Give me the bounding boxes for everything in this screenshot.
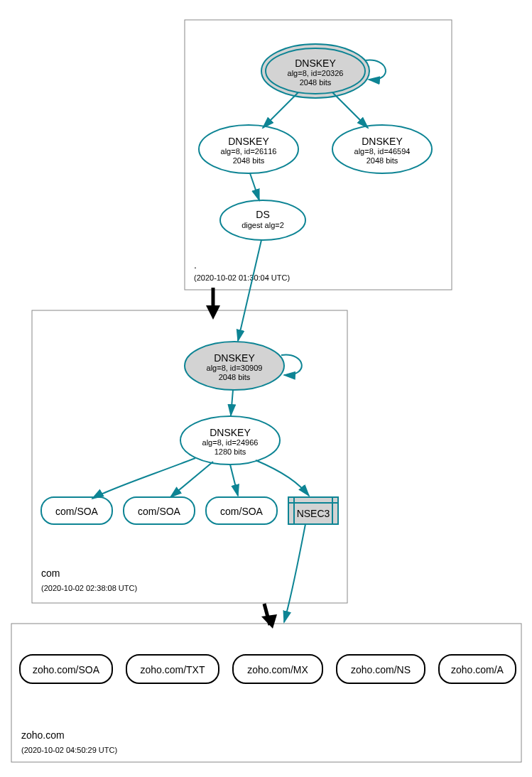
node-zoho-a: zoho.com/A	[439, 655, 516, 683]
svg-text:DNSKEY: DNSKEY	[295, 58, 336, 69]
node-ds: DS digest alg=2	[220, 200, 305, 240]
svg-text:2048 bits: 2048 bits	[300, 78, 332, 87]
zone-zoho-label: zoho.com	[21, 729, 65, 741]
edge-comzsk-nsec3	[256, 460, 309, 496]
svg-text:2048 bits: 2048 bits	[219, 373, 251, 381]
svg-text:DS: DS	[256, 209, 269, 220]
svg-text:alg=8, id=46594: alg=8, id=46594	[354, 147, 411, 156]
edge-ds-comksk	[238, 240, 261, 341]
svg-text:com/SOA: com/SOA	[220, 506, 264, 517]
svg-text:zoho.com/TXT: zoho.com/TXT	[140, 664, 205, 675]
svg-text:DNSKEY: DNSKEY	[362, 136, 403, 147]
node-zoho-mx: zoho.com/MX	[233, 655, 322, 683]
edge-zsk1-ds	[250, 173, 259, 200]
edge-comzsk-soa3	[230, 464, 238, 496]
svg-text:zoho.com/A: zoho.com/A	[451, 664, 504, 675]
node-root-ksk: DNSKEY alg=8, id=20326 2048 bits	[261, 44, 369, 98]
svg-text:DNSKEY: DNSKEY	[228, 136, 269, 147]
node-zoho-txt: zoho.com/TXT	[126, 655, 219, 683]
edge-comzsk-soa1	[92, 458, 195, 499]
svg-text:digest alg=2: digest alg=2	[241, 221, 284, 229]
svg-text:2048 bits: 2048 bits	[367, 156, 398, 165]
edge-comzsk-soa2	[170, 462, 213, 497]
svg-text:2048 bits: 2048 bits	[233, 156, 265, 165]
node-root-zsk2: DNSKEY alg=8, id=46594 2048 bits	[332, 125, 432, 173]
node-com-soa3: com/SOA	[206, 497, 277, 524]
zone-com-label: com	[41, 567, 60, 579]
svg-text:1280 bits: 1280 bits	[215, 447, 246, 456]
node-com-zsk: DNSKEY alg=8, id=24966 1280 bits	[180, 416, 280, 464]
svg-text:zoho.com/SOA: zoho.com/SOA	[33, 664, 100, 675]
edge-comksk-comzsk	[231, 390, 233, 415]
svg-text:alg=8, id=30909: alg=8, id=30909	[207, 364, 263, 372]
zone-zoho-ts: (2020-10-02 04:50:29 UTC)	[21, 746, 117, 754]
node-root-zsk1: DNSKEY alg=8, id=26116 2048 bits	[199, 125, 298, 173]
edge-ksk-zsk1	[263, 92, 298, 128]
node-com-soa2: com/SOA	[124, 497, 195, 524]
svg-text:zoho.com/MX: zoho.com/MX	[247, 664, 308, 675]
node-zoho-soa: zoho.com/SOA	[20, 655, 112, 683]
dnssec-diagram: . (2020-10-02 01:30:04 UTC) DNSKEY alg=8…	[0, 0, 532, 777]
zone-root-label: .	[194, 259, 197, 271]
svg-text:alg=8, id=20326: alg=8, id=20326	[288, 69, 344, 77]
zone-root-ts: (2020-10-02 01:30:04 UTC)	[194, 273, 290, 282]
svg-text:alg=8, id=26116: alg=8, id=26116	[221, 147, 277, 156]
svg-text:DNSKEY: DNSKEY	[210, 427, 251, 438]
svg-text:com/SOA: com/SOA	[55, 506, 99, 517]
node-com-ksk: DNSKEY alg=8, id=30909 2048 bits	[185, 342, 284, 390]
svg-text:alg=8, id=24966: alg=8, id=24966	[202, 438, 259, 447]
svg-text:DNSKEY: DNSKEY	[214, 352, 255, 364]
zone-zoho	[11, 624, 521, 762]
svg-text:com/SOA: com/SOA	[138, 506, 181, 517]
svg-text:NSEC3: NSEC3	[297, 508, 330, 519]
edge-ksk-zsk2	[332, 92, 368, 128]
edge-nsec3-zoho	[284, 524, 305, 622]
node-nsec3: NSEC3	[288, 497, 338, 524]
node-zoho-ns: zoho.com/NS	[337, 655, 425, 683]
svg-text:zoho.com/NS: zoho.com/NS	[351, 664, 411, 675]
zone-com-ts: (2020-10-02 02:38:08 UTC)	[41, 584, 137, 592]
node-com-soa1: com/SOA	[41, 497, 112, 524]
